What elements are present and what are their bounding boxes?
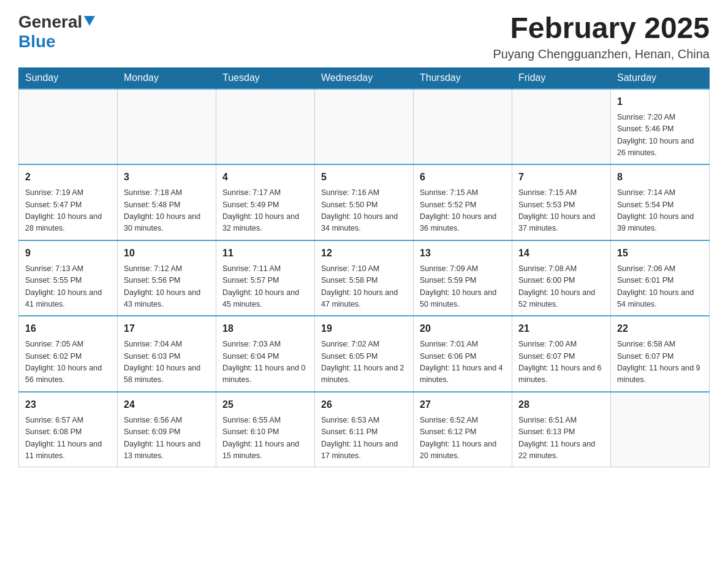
day-info: Sunrise: 6:52 AM Sunset: 6:12 PM Dayligh… — [420, 415, 506, 462]
day-info: Sunrise: 7:17 AM Sunset: 5:49 PM Dayligh… — [222, 187, 308, 235]
day-number: 1 — [617, 94, 703, 109]
day-info: Sunrise: 7:10 AM Sunset: 5:58 PM Dayligh… — [321, 263, 407, 311]
calendar-cell: 27Sunrise: 6:52 AM Sunset: 6:12 PM Dayli… — [414, 392, 512, 467]
calendar-cell — [118, 89, 216, 165]
calendar-cell: 6Sunrise: 7:15 AM Sunset: 5:52 PM Daylig… — [414, 164, 512, 240]
day-info: Sunrise: 6:51 AM Sunset: 6:13 PM Dayligh… — [518, 415, 604, 462]
calendar-cell — [512, 89, 611, 165]
logo-general-text: General — [18, 12, 82, 32]
day-info: Sunrise: 7:12 AM Sunset: 5:56 PM Dayligh… — [124, 263, 210, 311]
day-number: 27 — [420, 397, 506, 412]
day-info: Sunrise: 7:18 AM Sunset: 5:48 PM Dayligh… — [124, 187, 210, 235]
header-friday: Friday — [512, 67, 611, 89]
day-number: 11 — [222, 246, 308, 261]
day-info: Sunrise: 6:53 AM Sunset: 6:11 PM Dayligh… — [321, 415, 407, 462]
day-number: 28 — [518, 397, 604, 412]
calendar-cell: 12Sunrise: 7:10 AM Sunset: 5:58 PM Dayli… — [315, 240, 414, 316]
day-info: Sunrise: 7:03 AM Sunset: 6:04 PM Dayligh… — [222, 339, 308, 386]
logo: General Blue — [18, 12, 95, 52]
calendar-cell: 20Sunrise: 7:01 AM Sunset: 6:06 PM Dayli… — [414, 316, 512, 392]
day-number: 24 — [124, 397, 210, 412]
day-number: 2 — [25, 170, 111, 185]
logo-arrow-icon — [84, 16, 95, 28]
day-number: 23 — [25, 397, 111, 412]
header-thursday: Thursday — [414, 67, 512, 89]
calendar-cell: 28Sunrise: 6:51 AM Sunset: 6:13 PM Dayli… — [512, 392, 611, 467]
day-info: Sunrise: 6:56 AM Sunset: 6:09 PM Dayligh… — [124, 415, 210, 462]
day-info: Sunrise: 7:19 AM Sunset: 5:47 PM Dayligh… — [25, 187, 111, 235]
day-info: Sunrise: 7:15 AM Sunset: 5:52 PM Dayligh… — [420, 187, 506, 235]
day-info: Sunrise: 7:14 AM Sunset: 5:54 PM Dayligh… — [617, 187, 703, 235]
calendar-cell: 7Sunrise: 7:15 AM Sunset: 5:53 PM Daylig… — [512, 164, 611, 240]
day-info: Sunrise: 7:05 AM Sunset: 6:02 PM Dayligh… — [25, 339, 111, 386]
header-wednesday: Wednesday — [315, 67, 414, 89]
calendar-cell — [315, 89, 414, 165]
day-number: 10 — [124, 246, 210, 261]
calendar-week-row: 2Sunrise: 7:19 AM Sunset: 5:47 PM Daylig… — [19, 164, 710, 240]
day-number: 19 — [321, 321, 407, 336]
calendar-week-row: 16Sunrise: 7:05 AM Sunset: 6:02 PM Dayli… — [19, 316, 710, 392]
day-info: Sunrise: 7:09 AM Sunset: 5:59 PM Dayligh… — [420, 263, 506, 311]
day-number: 25 — [222, 397, 308, 412]
calendar-cell: 25Sunrise: 6:55 AM Sunset: 6:10 PM Dayli… — [216, 392, 315, 467]
day-number: 22 — [617, 321, 703, 336]
day-info: Sunrise: 7:02 AM Sunset: 6:05 PM Dayligh… — [321, 339, 407, 386]
calendar-table: Sunday Monday Tuesday Wednesday Thursday… — [18, 67, 710, 468]
calendar-cell: 10Sunrise: 7:12 AM Sunset: 5:56 PM Dayli… — [118, 240, 216, 316]
day-number: 17 — [124, 321, 210, 336]
day-number: 12 — [321, 246, 407, 261]
calendar-cell: 9Sunrise: 7:13 AM Sunset: 5:55 PM Daylig… — [19, 240, 118, 316]
day-number: 3 — [124, 170, 210, 185]
day-info: Sunrise: 7:15 AM Sunset: 5:53 PM Dayligh… — [518, 187, 604, 235]
page-header: General Blue February 2025 Puyang Chengg… — [18, 12, 710, 61]
calendar-cell: 14Sunrise: 7:08 AM Sunset: 6:00 PM Dayli… — [512, 240, 611, 316]
calendar-cell: 21Sunrise: 7:00 AM Sunset: 6:07 PM Dayli… — [512, 316, 611, 392]
calendar-cell: 13Sunrise: 7:09 AM Sunset: 5:59 PM Dayli… — [414, 240, 512, 316]
calendar-week-row: 1Sunrise: 7:20 AM Sunset: 5:46 PM Daylig… — [19, 89, 710, 165]
calendar-cell: 3Sunrise: 7:18 AM Sunset: 5:48 PM Daylig… — [118, 164, 216, 240]
day-number: 20 — [420, 321, 506, 336]
day-number: 7 — [518, 170, 604, 185]
calendar-cell: 5Sunrise: 7:16 AM Sunset: 5:50 PM Daylig… — [315, 164, 414, 240]
day-number: 21 — [518, 321, 604, 336]
header-monday: Monday — [118, 67, 216, 89]
day-number: 13 — [420, 246, 506, 261]
day-number: 18 — [222, 321, 308, 336]
subtitle: Puyang Chengguanzhen, Henan, China — [493, 47, 710, 61]
day-number: 16 — [25, 321, 111, 336]
calendar-cell: 23Sunrise: 6:57 AM Sunset: 6:08 PM Dayli… — [19, 392, 118, 467]
day-number: 6 — [420, 170, 506, 185]
calendar-cell: 11Sunrise: 7:11 AM Sunset: 5:57 PM Dayli… — [216, 240, 315, 316]
day-info: Sunrise: 7:13 AM Sunset: 5:55 PM Dayligh… — [25, 263, 111, 311]
calendar-cell: 4Sunrise: 7:17 AM Sunset: 5:49 PM Daylig… — [216, 164, 315, 240]
main-title: February 2025 — [493, 12, 710, 45]
day-number: 15 — [617, 246, 703, 261]
day-info: Sunrise: 7:08 AM Sunset: 6:00 PM Dayligh… — [518, 263, 604, 311]
header-tuesday: Tuesday — [216, 67, 315, 89]
calendar-week-row: 9Sunrise: 7:13 AM Sunset: 5:55 PM Daylig… — [19, 240, 710, 316]
day-info: Sunrise: 7:04 AM Sunset: 6:03 PM Dayligh… — [124, 339, 210, 386]
calendar-cell: 8Sunrise: 7:14 AM Sunset: 5:54 PM Daylig… — [611, 164, 710, 240]
svg-marker-0 — [84, 16, 95, 26]
calendar-cell: 18Sunrise: 7:03 AM Sunset: 6:04 PM Dayli… — [216, 316, 315, 392]
day-info: Sunrise: 7:06 AM Sunset: 6:01 PM Dayligh… — [617, 263, 703, 311]
header-saturday: Saturday — [611, 67, 710, 89]
day-info: Sunrise: 7:11 AM Sunset: 5:57 PM Dayligh… — [222, 263, 308, 311]
day-number: 8 — [617, 170, 703, 185]
day-number: 4 — [222, 170, 308, 185]
calendar-cell: 26Sunrise: 6:53 AM Sunset: 6:11 PM Dayli… — [315, 392, 414, 467]
calendar-cell — [414, 89, 512, 165]
calendar-week-row: 23Sunrise: 6:57 AM Sunset: 6:08 PM Dayli… — [19, 392, 710, 467]
day-number: 9 — [25, 246, 111, 261]
calendar-cell: 17Sunrise: 7:04 AM Sunset: 6:03 PM Dayli… — [118, 316, 216, 392]
calendar-cell: 15Sunrise: 7:06 AM Sunset: 6:01 PM Dayli… — [611, 240, 710, 316]
day-info: Sunrise: 7:20 AM Sunset: 5:46 PM Dayligh… — [617, 112, 703, 159]
calendar-header-row: Sunday Monday Tuesday Wednesday Thursday… — [19, 67, 710, 89]
day-info: Sunrise: 6:55 AM Sunset: 6:10 PM Dayligh… — [222, 415, 308, 462]
calendar-cell: 1Sunrise: 7:20 AM Sunset: 5:46 PM Daylig… — [611, 89, 710, 165]
calendar-cell — [216, 89, 315, 165]
header-sunday: Sunday — [19, 67, 118, 89]
day-number: 5 — [321, 170, 407, 185]
logo-blue-text: Blue — [18, 32, 56, 51]
day-number: 26 — [321, 397, 407, 412]
